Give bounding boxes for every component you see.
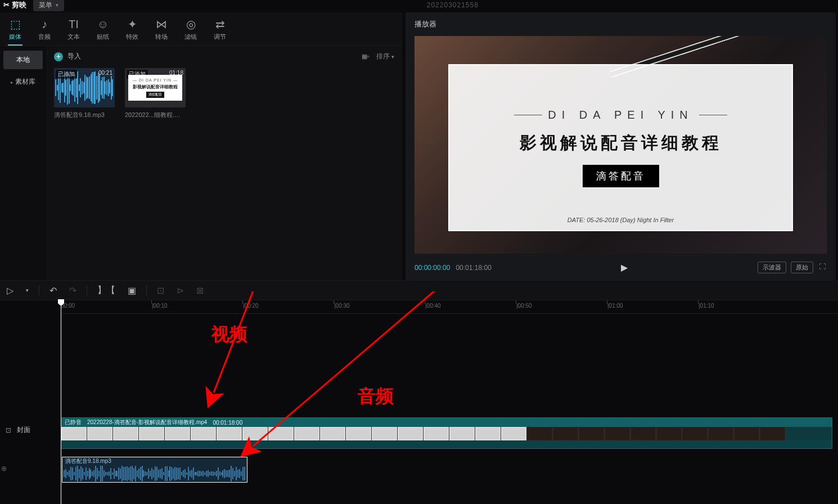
tab-滤镜[interactable]: ◎滤镜 (183, 16, 198, 46)
menu-label: 菜单 (39, 1, 52, 10)
tab-媒体[interactable]: ⬚媒体 (8, 16, 22, 46)
media-item[interactable]: 已添加00:21滴答配音9.18.mp3 (54, 68, 115, 119)
ruler-tick: |00:50 (516, 303, 532, 309)
ruler-tick: |00:20 (243, 303, 259, 309)
tool-c[interactable]: ⊠ (194, 283, 206, 298)
tab-特效[interactable]: ✦特效 (125, 16, 139, 46)
ruler-tick: |00:40 (425, 303, 441, 309)
titlebar: ✂ 剪映 菜单 ▾ 202203021558 (0, 0, 838, 10)
tab-贴纸[interactable]: ☺贴纸 (96, 16, 110, 46)
ruler-tick: |01:10 (699, 303, 714, 309)
import-button[interactable]: + 导入 (54, 52, 81, 61)
triangle-right-icon: ▸ (11, 80, 13, 85)
muted-badge: 已静音 (65, 418, 82, 426)
play-button[interactable]: ▶ (621, 262, 628, 273)
top-tabs: ⬚媒体♪音频TI文本☺贴纸✦特效⋈转场◎滤镜⇄调节 (0, 12, 402, 46)
scope-button[interactable]: 示波器 (758, 262, 786, 273)
tab-icon: ⇄ (215, 18, 225, 30)
fullscreen-icon[interactable]: ⛶ (818, 262, 827, 273)
tool-a[interactable]: ⊡ (155, 283, 166, 298)
video-clip[interactable]: 已静音 20220228-滴答配音-影视解说配音详细教程.mp4 00:01:1… (61, 417, 832, 449)
audio-clip[interactable]: 滴答配音9.18.mp3 (62, 457, 247, 483)
undo-button[interactable]: ↶ (47, 283, 59, 298)
tab-label: 媒体 (9, 33, 21, 41)
video-clip-duration: 00:01:18:00 (213, 420, 242, 426)
tool-b[interactable]: ⊳ (174, 283, 186, 298)
chevron-down-icon: ▾ (56, 2, 58, 8)
app-logo: ✂ 剪映 (3, 0, 26, 10)
player-viewport[interactable]: DI DA PEI YIN 影视解说配音详细教程 滴答配音 DATE: 05-2… (415, 36, 827, 254)
track-controls: ⊡ 封面 (0, 425, 55, 435)
split-tool[interactable]: 】【 (95, 282, 118, 299)
add-track-button[interactable]: ⊕ (1, 465, 7, 472)
time-duration: 00:01:18:00 (456, 264, 491, 272)
media-main: + 导入 ▦▫ 排序 ▾ 已添加00:21滴答配音9.18.mp3已添加01:1… (46, 46, 402, 280)
tab-icon: ◎ (186, 18, 196, 30)
ruler-tick: |01:00 (607, 303, 623, 309)
ruler-tick: |00:30 (334, 303, 350, 309)
cover-button[interactable]: 封面 (17, 425, 30, 435)
tab-icon: ☺ (97, 18, 109, 30)
playhead[interactable] (61, 300, 61, 504)
tab-label: 文本 (67, 33, 80, 41)
media-name: 2022022...细教程.mp4 (125, 111, 186, 119)
annotation-audio-label: 音频 (358, 384, 394, 409)
media-name: 滴答配音9.18.mp3 (54, 111, 115, 119)
frame-heading: 影视解说配音详细教程 (520, 132, 722, 155)
plus-icon: + (54, 52, 63, 61)
player-title: 播放器 (406, 12, 836, 36)
tab-icon: ✦ (128, 18, 137, 30)
sidebar-library[interactable]: ▸素材库 (3, 73, 43, 91)
lock-icon[interactable]: ⊡ (6, 426, 11, 434)
tab-label: 转场 (155, 33, 168, 41)
player-panel: 播放器 DI DA PEI YIN 影视解说配音详细教程 滴答配音 DATE: … (406, 12, 836, 280)
tab-label: 音频 (38, 33, 51, 41)
tab-音频[interactable]: ♪音频 (37, 16, 52, 46)
project-name: 202203021558 (427, 1, 479, 9)
frame-pinyin: DI DA PEI YIN (548, 109, 693, 122)
ruler-tick: |00:10 (152, 303, 168, 309)
tab-调节[interactable]: ⇄调节 (213, 16, 227, 46)
crop-tool[interactable]: ▣ (125, 283, 138, 298)
tab-label: 调节 (214, 33, 226, 41)
tab-label: 特效 (126, 33, 138, 41)
media-panel: ⬚媒体♪音频TI文本☺贴纸✦特效⋈转场◎滤镜⇄调节 本地 ▸素材库 + 导入 ▦… (0, 12, 402, 280)
frame-pill: 滴答配音 (583, 165, 659, 187)
tab-文本[interactable]: TI文本 (66, 16, 81, 46)
import-label: 导入 (67, 52, 81, 61)
video-clip-name: 20220228-滴答配音-影视解说配音详细教程.mp4 (87, 418, 207, 426)
redo-button[interactable]: ↷ (67, 283, 79, 298)
media-grid: 已添加00:21滴答配音9.18.mp3已添加01:18— DI DA PEI … (54, 68, 394, 119)
video-frame: DI DA PEI YIN 影视解说配音详细教程 滴答配音 DATE: 05-2… (415, 36, 827, 254)
pointer-tool[interactable]: ▷ (4, 283, 16, 298)
view-grid-icon[interactable]: ▦▫ (362, 53, 370, 60)
tab-label: 滤镜 (184, 33, 197, 41)
time-current: 00:00:00:00 (415, 264, 450, 272)
tab-icon: ⋈ (156, 18, 167, 30)
tab-转场[interactable]: ⋈转场 (154, 16, 169, 46)
annotation-overlay: 视频 音频 (0, 291, 838, 477)
tab-label: 贴纸 (97, 33, 109, 41)
timeline-ruler[interactable]: 00:00|00:10|00:20|00:30|00:40|00:50|01:0… (61, 300, 838, 314)
annotation-video-label: 视频 (211, 322, 247, 347)
tab-icon: TI (69, 18, 79, 30)
sort-button[interactable]: 排序 ▾ (376, 52, 394, 61)
media-item[interactable]: 已添加01:18— DI DA PEI YIN —影视解说配音详细教程滴答配音2… (125, 68, 186, 119)
tab-icon: ♪ (42, 18, 47, 30)
timeline-toolbar: ▷ ▾ ↶ ↷ 】【 ▣ ⊡ ⊳ ⊠ (0, 280, 838, 300)
frame-date: DATE: 05-26-2018 (Day) Night In Filter (449, 217, 792, 223)
audio-clip-name: 滴答配音9.18.mp3 (65, 457, 111, 465)
media-sidebar: 本地 ▸素材库 (0, 46, 46, 280)
sidebar-library-label: 素材库 (15, 78, 35, 86)
menu-button[interactable]: 菜单 ▾ (33, 0, 64, 11)
sidebar-local[interactable]: 本地 (3, 51, 43, 69)
timeline[interactable]: 00:00|00:10|00:20|00:30|00:40|00:50|01:0… (0, 300, 838, 314)
original-button[interactable]: 原始 (791, 262, 813, 273)
tab-icon: ⬚ (10, 18, 21, 30)
pointer-dropdown[interactable]: ▾ (24, 285, 31, 295)
